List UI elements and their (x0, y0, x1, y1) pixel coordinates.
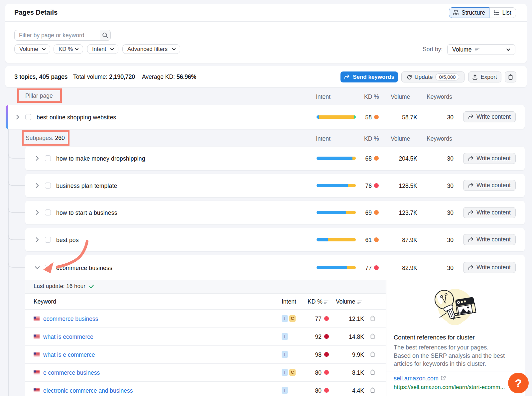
svg-text:Content references for cluster: Content references for cluster (394, 334, 475, 341)
svg-text:sell.amazon.com: sell.amazon.com (394, 375, 439, 382)
svg-text:articles for keywords in this: articles for keywords in this cluster. (394, 360, 486, 367)
svg-text:https://sell.amazon.com/learn/: https://sell.amazon.com/learn/start-ecom… (394, 384, 505, 390)
svg-text:Based on the SERP analysis and: Based on the SERP analysis and the best (394, 352, 505, 359)
svg-text:The best references for your p: The best references for your pages. (394, 344, 488, 351)
